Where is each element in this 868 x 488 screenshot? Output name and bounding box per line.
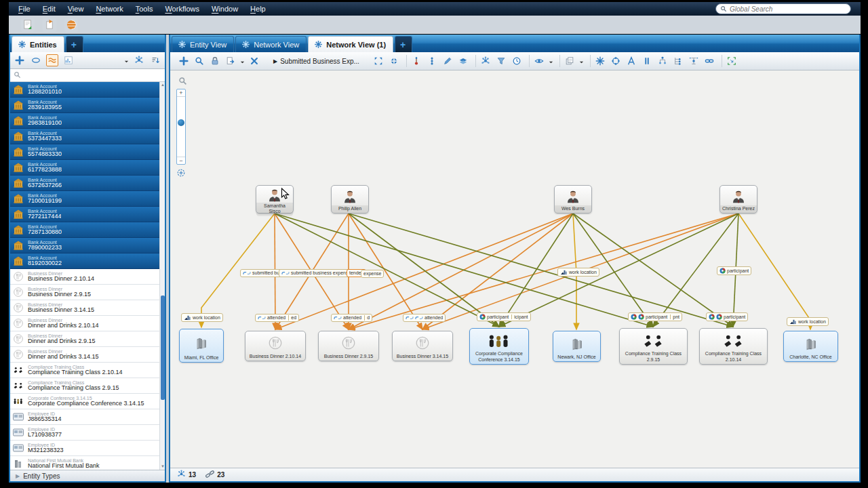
chart-tool-button[interactable]	[62, 54, 75, 66]
list-item[interactable]: Employee IDL710938377	[10, 425, 159, 441]
list-item[interactable]: Bank Account2839183955	[10, 98, 159, 113]
add-view-tab-button[interactable]: +	[395, 36, 412, 52]
edge-label-participant[interactable]: participantpnt	[628, 312, 682, 321]
export-button[interactable]	[224, 55, 237, 67]
menu-tools[interactable]: Tools	[130, 3, 159, 14]
list-item[interactable]: Corporate Conference 3.14.15Corporate Co…	[10, 394, 159, 409]
caret-icon[interactable]	[240, 55, 245, 67]
clock-button[interactable]	[511, 55, 523, 67]
add-tab-button[interactable]: +	[66, 36, 83, 52]
edge-label-expense[interactable]: expense	[361, 270, 384, 278]
pause-button[interactable]	[641, 55, 653, 67]
pin-button[interactable]	[410, 55, 422, 67]
edge-label-participant[interactable]: participanticipant	[477, 312, 531, 321]
list-item[interactable]: Bank Account8192030022	[10, 253, 159, 269]
node-compliance-training-class-2-10-14[interactable]: Compliance Training Class 2.10.14	[699, 328, 768, 365]
import-file-button[interactable]	[43, 18, 56, 32]
list-item[interactable]: Bank Account2983819100	[10, 113, 159, 129]
edge-label-attended[interactable]: attended	[403, 314, 446, 322]
list-item[interactable]: Bank Account6372637266	[10, 176, 159, 191]
shrink-button[interactable]	[388, 55, 400, 67]
menu-network[interactable]: Network	[90, 3, 128, 14]
distribute-button[interactable]	[426, 55, 438, 67]
edge-label-submitted-business-expense[interactable]: submitted business expense	[279, 269, 353, 277]
list-item[interactable]: Bank Account5574883330	[10, 144, 159, 160]
list-item[interactable]: Business DinnerBusiness Dinner 2.9.15	[10, 285, 159, 300]
node-corporate-compliance-conference-3-14-15[interactable]: Corporate Compliance Conference 3.14.15	[469, 328, 529, 365]
alay-button[interactable]	[625, 55, 637, 67]
node-compliance-training-class-2-9-15[interactable]: Compliance Training Class 2.9.15	[619, 328, 688, 365]
menu-edit[interactable]: Edit	[37, 3, 61, 14]
list-item[interactable]: Business DinnerDinner and Drinks 2.10.14	[10, 316, 159, 331]
tab-entities[interactable]: Entities	[12, 36, 64, 52]
person-node-philip-allen[interactable]: Philip Allen	[331, 185, 369, 214]
edge-label-participant[interactable]: participant	[717, 266, 751, 275]
node-business-dinner-2-10-14[interactable]: Business Dinner 2.10.14	[245, 331, 306, 361]
list-item[interactable]: Employee IDJ886535314	[10, 409, 159, 425]
layers-button[interactable]	[457, 55, 469, 67]
tab-entity-view[interactable]: Entity View	[172, 36, 234, 52]
eye-button[interactable]	[533, 55, 545, 67]
person-node-christina-perez[interactable]: Christina Perez	[719, 185, 757, 214]
caret-icon[interactable]	[124, 54, 129, 66]
global-search[interactable]	[715, 3, 851, 14]
list-item[interactable]: Bank Account7890002233	[10, 238, 159, 253]
chain-button[interactable]	[703, 55, 715, 67]
menu-file[interactable]: File	[13, 3, 36, 14]
caret-icon[interactable]	[579, 55, 584, 67]
scrollbar[interactable]: ▲ ▼	[159, 82, 165, 470]
web-globe-button[interactable]	[64, 18, 78, 32]
node-charlotte-nc-office[interactable]: Charlotte, NC Office	[783, 331, 838, 362]
edge-label-participant[interactable]: participant	[706, 312, 748, 321]
lock-button[interactable]	[209, 55, 221, 67]
marquee-button[interactable]	[726, 55, 738, 67]
scroll-down-icon[interactable]: ▼	[160, 464, 165, 470]
entity-search[interactable]	[10, 69, 165, 82]
breadcrumb[interactable]: ▶Submitted Business Exp...	[267, 58, 366, 65]
menu-help[interactable]: Help	[245, 3, 271, 14]
menu-workflows[interactable]: Workflows	[159, 3, 205, 14]
list-item[interactable]: Bank Account7100019199	[10, 191, 159, 207]
node-business-dinner-2-9-15[interactable]: Business Dinner 2.9.15	[318, 331, 379, 361]
list-item[interactable]: Business DinnerBusiness Dinner 3.14.15	[10, 300, 159, 316]
list-item[interactable]: Employee IDM321238323	[10, 441, 159, 456]
list-item[interactable]: Business DinnerDinner and Drinks 3.14.15	[10, 347, 159, 363]
pencil-button[interactable]	[441, 55, 454, 67]
wave-tool-button[interactable]	[46, 54, 58, 66]
edge-label-work-location[interactable]: work location	[787, 317, 829, 326]
scroll-thumb[interactable]	[161, 296, 165, 400]
list-item[interactable]: Business DinnerDinner and Drinks 2.9.15	[10, 331, 159, 347]
person-node-samantha-sisco[interactable]: Samantha Sisco	[256, 185, 294, 214]
edge-label-work-location[interactable]: work location	[181, 313, 223, 322]
node-miami-fl-office[interactable]: Miami, FL Office	[179, 329, 224, 363]
network-canvas[interactable]: + − submitted busubmitted business expen…	[170, 70, 859, 468]
edge-label-attended[interactable]: attendedd	[331, 314, 372, 322]
node-newark-nj-office[interactable]: Newark, NJ Office	[553, 331, 601, 362]
fit-button[interactable]	[372, 55, 384, 67]
sort-tool-button[interactable]	[149, 54, 161, 66]
list-item[interactable]: Bank Account1288201010	[10, 82, 159, 98]
copy-button[interactable]	[564, 55, 576, 67]
hier-button[interactable]	[656, 55, 669, 67]
list-item[interactable]: Bank Account6177823888	[10, 160, 159, 176]
hub-tool-button[interactable]	[133, 54, 145, 66]
zoom-button[interactable]	[193, 55, 205, 67]
node-business-dinner-3-14-15[interactable]: Business Dinner 3.14.15	[392, 331, 453, 361]
list-item[interactable]: Business DinnerBusiness Dinner 2.10.14	[10, 269, 159, 285]
hub-button[interactable]	[479, 55, 492, 67]
new-document-button[interactable]	[21, 18, 35, 32]
caret-icon[interactable]	[549, 55, 553, 67]
add-tool-button[interactable]	[14, 54, 26, 66]
circlelay-button[interactable]	[610, 55, 622, 67]
filter-button[interactable]	[495, 55, 507, 67]
list-item[interactable]: Bank Account7272117444	[10, 207, 159, 222]
list-item[interactable]: Compliance Training ClassCompliance Trai…	[10, 378, 159, 394]
tree-button[interactable]	[672, 55, 684, 67]
list-item[interactable]: Compliance Training ClassCompliance Trai…	[10, 363, 159, 378]
graph-edge[interactable]	[499, 214, 738, 327]
delete-button[interactable]	[248, 55, 260, 67]
scroll-up-icon[interactable]: ▲	[160, 82, 165, 88]
add-button[interactable]	[178, 55, 190, 67]
menu-window[interactable]: Window	[206, 3, 243, 14]
edge-label-submitted-bu[interactable]: submitted bu	[240, 269, 282, 277]
